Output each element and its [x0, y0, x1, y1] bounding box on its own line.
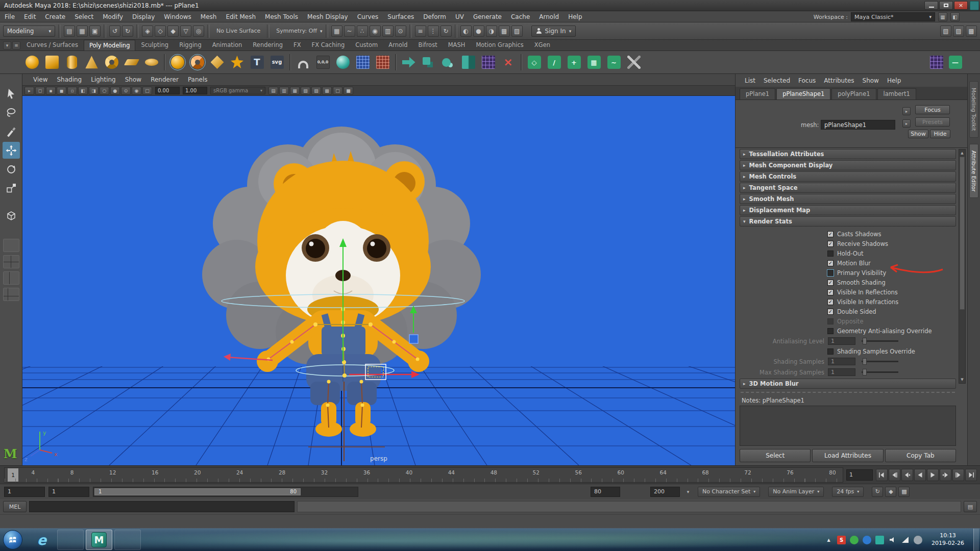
shelf-tab[interactable]: MASH [443, 40, 471, 51]
anim-layer-dropdown[interactable]: No Anim Layer ▾ [768, 487, 824, 497]
auto-key-icon[interactable]: ◆ [885, 487, 896, 497]
shelf-separator[interactable] [519, 53, 524, 72]
menu-item[interactable]: Help [564, 11, 586, 22]
live-surface-label[interactable]: No Live Surface [213, 28, 264, 34]
menu-set-dropdown[interactable]: Modeling ▾ [3, 26, 55, 37]
shelf-tab[interactable]: Animation [207, 40, 248, 51]
open-render-view-icon[interactable]: ◐ [460, 26, 472, 37]
redo-icon[interactable]: ↻ [122, 26, 133, 37]
launch-hypershade-icon[interactable]: ▨ [511, 26, 523, 37]
expand-arrow-icon[interactable]: ▸ [902, 119, 911, 128]
menu-item[interactable]: Deform [419, 11, 451, 22]
smooth-tool-icon[interactable]: ~ [604, 53, 623, 72]
platonic-solid-icon[interactable] [208, 53, 227, 72]
crossed-tools-icon[interactable] [624, 53, 643, 72]
snap-grid-icon[interactable]: ▦ [331, 26, 342, 37]
menu-item[interactable]: Mesh Tools [260, 11, 303, 22]
panel-menu-item[interactable]: Renderer [146, 76, 183, 83]
select-camera-icon[interactable]: ▸ [24, 87, 34, 95]
move-tool[interactable] [3, 142, 20, 159]
shelf-tab[interactable]: Rendering [248, 40, 288, 51]
attribute-editor-menu-item[interactable]: List [741, 77, 760, 84]
panel-menu-item[interactable]: View [29, 76, 52, 83]
select-component-mode-icon[interactable]: ◆ [167, 26, 179, 37]
command-results[interactable] [297, 501, 961, 512]
select-object-mode-icon[interactable]: ◇ [155, 26, 166, 37]
checkbox[interactable] [827, 289, 834, 295]
exposure-field[interactable]: 0.00 [155, 87, 180, 94]
grid-toggle-icon[interactable]: ▧ [940, 26, 951, 37]
playback-start-field[interactable]: 1 [4, 487, 45, 497]
notes-splitter[interactable] [741, 392, 955, 395]
menu-item[interactable]: Curves [353, 11, 383, 22]
boolean-icon[interactable] [439, 53, 458, 72]
show-button[interactable]: Show [908, 130, 928, 138]
scale-tool[interactable] [3, 180, 20, 196]
shelf-tab[interactable]: Rigging [174, 40, 207, 51]
type-tool-icon[interactable]: T [248, 53, 266, 72]
presets-button[interactable]: Presets [915, 117, 950, 127]
shadows-icon[interactable]: □ [142, 87, 152, 95]
tray-volume-icon[interactable] [888, 536, 897, 544]
shelf-tab[interactable]: Arnold [383, 40, 412, 51]
svg-tool-icon[interactable]: svg [267, 53, 286, 72]
delete-edge-icon[interactable]: × [499, 53, 518, 72]
animation-start-field[interactable]: 1 [48, 487, 89, 497]
multi-cut-icon[interactable]: / [545, 53, 564, 72]
slider-handle[interactable] [863, 369, 867, 375]
uv-grid-icon[interactable] [373, 53, 392, 72]
checkbox[interactable] [827, 251, 834, 257]
extrude-icon[interactable] [399, 53, 418, 72]
open-scene-icon[interactable]: ▦ [77, 26, 88, 37]
poly-plane-icon[interactable] [122, 53, 141, 72]
command-input[interactable] [29, 501, 295, 512]
range-slider-track[interactable]: 1 80 [93, 487, 358, 497]
construction-history-icon[interactable]: ↻ [440, 26, 452, 37]
grease-pencil-icon[interactable]: ◨ [89, 87, 99, 95]
lights-icon[interactable]: ◉ [132, 87, 141, 95]
taskbar-clock[interactable]: 10:13 2019-02-26 [926, 532, 969, 547]
view-transform-dropdown[interactable]: sRGB gamma ▾ [210, 87, 265, 94]
chevron-down-icon[interactable]: ▾ [683, 487, 693, 496]
menu-item[interactable]: Edit Mesh [221, 11, 260, 22]
tray-expand-icon[interactable]: ▲ [824, 536, 833, 544]
shelf-tab[interactable]: Poly Modeling [84, 40, 136, 51]
dock-tab[interactable]: Attribute Editor [969, 144, 978, 198]
combine-icon[interactable] [419, 53, 438, 72]
xray-icon[interactable]: ▥ [279, 87, 289, 95]
output-connections-icon[interactable]: ⋮ [428, 26, 439, 37]
shelf-tab[interactable]: Custom [350, 40, 383, 51]
tray-safety-icon[interactable] [850, 536, 859, 544]
scroll-down-icon[interactable]: ▼ [959, 377, 965, 383]
2d-pan-zoom-icon[interactable]: ◧ [78, 87, 88, 95]
play-backwards-button[interactable] [914, 469, 926, 481]
workspace-pin-icon[interactable]: ▦ [938, 12, 947, 21]
poly-disc-icon[interactable] [142, 53, 161, 72]
numeric-attribute-field[interactable]: 1 [828, 368, 855, 376]
shelf-separator[interactable] [162, 53, 167, 72]
node-tab[interactable]: pPlaneShape1 [776, 88, 830, 99]
checkbox[interactable] [827, 318, 834, 324]
tray-message-icon[interactable] [863, 536, 871, 544]
step-forward-frame-button[interactable] [952, 469, 964, 481]
set-to-origin-icon[interactable]: 0,0,0 [313, 53, 332, 72]
shelf-tab[interactable]: Motion Graphics [471, 40, 528, 51]
textured-icon[interactable]: ⊙ [121, 87, 131, 95]
checkbox[interactable] [827, 280, 834, 286]
gate-mask-icon[interactable]: ▧ [301, 87, 310, 95]
shelf-tab-list-icon[interactable]: ≡ [12, 41, 20, 49]
focus-button[interactable]: Focus [915, 105, 950, 114]
shelf-separator[interactable] [393, 53, 398, 72]
shelf-tab[interactable]: FX Caching [307, 40, 350, 51]
input-connections-icon[interactable]: ≡ [415, 26, 426, 37]
single-pane-layout-button[interactable] [3, 239, 19, 252]
select-hierarchy-icon[interactable]: ◈ [142, 26, 153, 37]
notes-textarea[interactable] [740, 406, 956, 446]
sculpt-sphere-icon[interactable] [333, 53, 352, 72]
camera-attributes-icon[interactable]: ▪ [46, 87, 56, 95]
footer-button[interactable]: Load Attributes [812, 449, 883, 462]
taskbar-maya-icon[interactable]: M [86, 530, 112, 550]
script-editor-icon[interactable]: ▤ [964, 501, 977, 512]
node-tab[interactable]: pPlane1 [740, 88, 775, 99]
shelf-tab[interactable]: Curves / Surfaces [21, 40, 83, 51]
